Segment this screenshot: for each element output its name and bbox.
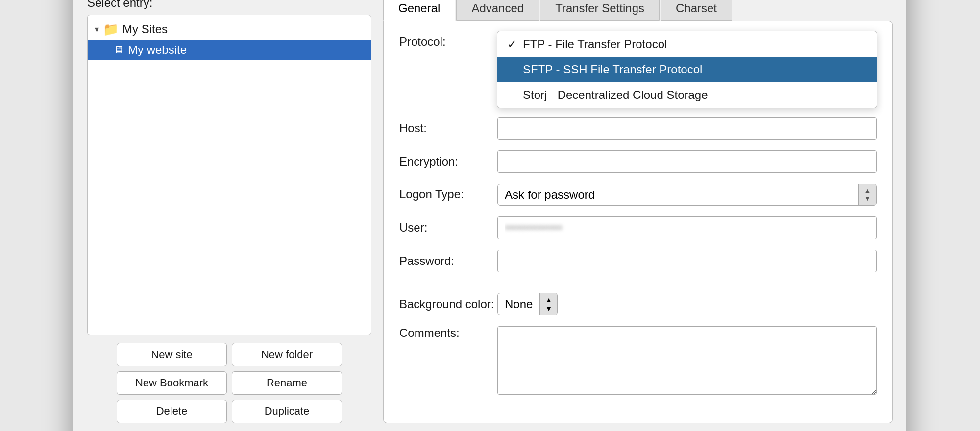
new-folder-button[interactable]: New folder (232, 343, 342, 366)
bg-spinner-down-icon: ▼ (545, 305, 552, 312)
host-control (497, 117, 877, 140)
logon-select-wrapper: Ask for password Normal Anonymous Intera… (497, 184, 877, 206)
protocol-ftp-label: FTP - File Transfer Protocol (523, 37, 667, 51)
sftp-checkmark (507, 63, 519, 76)
duplicate-button[interactable]: Duplicate (232, 400, 342, 423)
protocol-sftp-label: SFTP - SSH File Transfer Protocol (523, 63, 702, 76)
protocol-row: Protocol: ✓ FTP - File Transfer Protocol… (399, 35, 877, 48)
comments-textarea[interactable] (497, 326, 877, 395)
folder-name: My Sites (122, 23, 168, 36)
spinner-down-icon: ▼ (864, 195, 871, 202)
bg-color-value: None (498, 293, 539, 315)
user-label: User: (399, 221, 497, 235)
new-site-button[interactable]: New site (117, 343, 227, 366)
left-panel: Select entry: ▾ 📁 My Sites 🖥 My website … (87, 0, 371, 423)
encryption-row: Encryption: (399, 150, 877, 173)
protocol-dropdown[interactable]: ✓ FTP - File Transfer Protocol SFTP - SS… (497, 31, 877, 108)
site-manager-window: Site Manager Select entry: ▾ 📁 My Sites … (74, 0, 906, 431)
right-panel: General Advanced Transfer Settings Chars… (383, 0, 893, 423)
password-row: Password: (399, 250, 877, 272)
encryption-input[interactable] (497, 150, 877, 173)
tab-charset[interactable]: Charset (661, 0, 732, 21)
storj-checkmark (507, 88, 519, 102)
logon-type-control: Ask for password Normal Anonymous Intera… (497, 184, 877, 206)
bg-color-row: Background color: None ▲ ▼ (399, 293, 877, 315)
site-item[interactable]: 🖥 My website (88, 40, 371, 60)
protocol-option-ftp[interactable]: ✓ FTP - File Transfer Protocol (497, 31, 877, 57)
protocol-storj-label: Storj - Decentralized Cloud Storage (523, 88, 708, 102)
site-icon: 🖥 (113, 44, 124, 56)
form-panel: Protocol: ✓ FTP - File Transfer Protocol… (383, 21, 893, 423)
folder-row[interactable]: ▾ 📁 My Sites (88, 19, 371, 40)
user-input[interactable] (497, 216, 877, 239)
select-entry-label: Select entry: (87, 0, 371, 10)
protocol-option-sftp[interactable]: SFTP - SSH File Transfer Protocol (497, 57, 877, 82)
password-control (497, 250, 877, 272)
bg-color-spinner[interactable]: ▲ ▼ (539, 293, 557, 315)
site-name: My website (128, 43, 187, 57)
new-bookmark-button[interactable]: New Bookmark (117, 371, 227, 395)
logon-type-row: Logon Type: Ask for password Normal Anon… (399, 184, 877, 206)
action-buttons: New site New folder New Bookmark Rename … (87, 343, 371, 423)
main-content: Select entry: ▾ 📁 My Sites 🖥 My website … (74, 0, 906, 431)
tree-view: ▾ 📁 My Sites 🖥 My website (87, 15, 371, 335)
host-row: Host: (399, 117, 877, 140)
host-label: Host: (399, 121, 497, 135)
password-label: Password: (399, 254, 497, 268)
user-row: User: (399, 216, 877, 239)
comments-control (497, 326, 877, 398)
delete-button[interactable]: Delete (117, 400, 227, 423)
spinner-up-icon: ▲ (864, 187, 871, 194)
ftp-checkmark: ✓ (507, 37, 519, 51)
folder-icon: 📁 (103, 22, 119, 37)
comments-row: Comments: (399, 326, 877, 398)
comments-label: Comments: (399, 326, 497, 340)
user-control (497, 216, 877, 239)
folder-arrow: ▾ (95, 24, 99, 35)
encryption-label: Encryption: (399, 155, 497, 168)
encryption-control (497, 150, 877, 173)
bg-color-label: Background color: (399, 297, 497, 311)
bg-spinner-up-icon: ▲ (545, 296, 552, 304)
rename-button[interactable]: Rename (232, 371, 342, 395)
password-input[interactable] (497, 250, 877, 272)
logon-type-select[interactable]: Ask for password Normal Anonymous Intera… (498, 184, 858, 205)
tab-transfer-settings[interactable]: Transfer Settings (540, 0, 660, 21)
logon-type-label: Logon Type: (399, 188, 497, 201)
tab-advanced[interactable]: Advanced (456, 0, 539, 21)
protocol-label: Protocol: (399, 35, 497, 48)
host-input[interactable] (497, 117, 877, 140)
tab-general[interactable]: General (383, 0, 455, 21)
tabs-row: General Advanced Transfer Settings Chars… (383, 0, 893, 21)
logon-spinner[interactable]: ▲ ▼ (858, 184, 876, 205)
protocol-option-storj[interactable]: Storj - Decentralized Cloud Storage (497, 82, 877, 108)
bg-color-control: None ▲ ▼ (497, 293, 558, 315)
